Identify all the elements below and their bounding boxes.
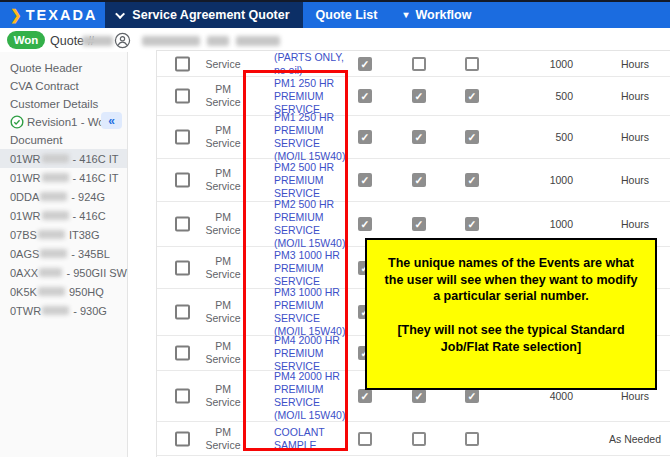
event-flag-checkbox[interactable]: ✓ bbox=[465, 389, 479, 403]
event-name-link[interactable]: PM2 500 HRPREMIUMSERVICE bbox=[274, 161, 360, 200]
interval-value: 500 bbox=[517, 131, 573, 143]
event-flag-checkbox[interactable] bbox=[412, 57, 426, 71]
sidebar-serial-item[interactable]: 0AGS - 345BL bbox=[0, 244, 127, 263]
sidebar-serial-item[interactable]: 0DDA - 924G bbox=[0, 187, 127, 206]
check-circle-icon bbox=[10, 115, 24, 129]
event-type-label: PMService bbox=[195, 83, 251, 109]
event-flag-checkbox[interactable]: ✓ bbox=[465, 173, 479, 187]
app-window: ❯ TEXADA Service Agreement Quoter Quote … bbox=[0, 0, 670, 457]
serial-prefix: 01WR bbox=[10, 210, 41, 222]
serial-model: - 416C IT bbox=[73, 172, 119, 184]
event-name-link[interactable]: (PARTS ONLY,no oil) bbox=[274, 51, 360, 77]
sidebar-collapse-button[interactable]: « bbox=[101, 112, 122, 129]
event-flag-checkbox[interactable]: ✓ bbox=[358, 173, 372, 187]
event-type-label: PMService bbox=[195, 124, 251, 150]
sidebar-serial-item[interactable]: 07BS IT38G bbox=[0, 225, 127, 244]
nav-service-agreement-quoter[interactable]: Service Agreement Quoter bbox=[105, 2, 302, 28]
event-flag-checkbox[interactable]: ✓ bbox=[358, 389, 372, 403]
event-flag-checkbox[interactable]: ✓ bbox=[465, 130, 479, 144]
event-flag-checkbox[interactable] bbox=[358, 432, 372, 446]
serial-prefix: 07BS bbox=[10, 229, 37, 241]
row-select-checkbox[interactable] bbox=[175, 431, 190, 446]
serial-model: IT38G bbox=[69, 229, 100, 241]
serial-prefix: 0AGS bbox=[10, 248, 39, 260]
event-name-link[interactable]: PM3 1000 HRPREMIUMSERVICE bbox=[274, 248, 360, 287]
event-name-link[interactable]: PM1 250 HRPREMIUMSERVICE(MO/IL 15W40) bbox=[274, 111, 360, 163]
event-name-link[interactable]: PM3 1000 HRPREMIUMSERVICE(MO/IL 15W40) bbox=[274, 286, 360, 338]
event-name-link[interactable]: COOLANTSAMPLE bbox=[274, 426, 360, 452]
event-name-link[interactable]: PM1 250 HRPREMIUMSERVICE bbox=[274, 77, 360, 116]
row-select-checkbox[interactable] bbox=[175, 217, 190, 232]
redacted-serial bbox=[42, 306, 69, 315]
sidebar-serial-item[interactable]: 0AXX - 950GII SW bbox=[0, 263, 127, 282]
annotation-callout: The unique names of the Events are what … bbox=[365, 238, 657, 390]
sidebar-item-quote-header[interactable]: Quote Header bbox=[0, 59, 127, 77]
redacted-serial bbox=[38, 230, 65, 239]
sidebar-serial-item[interactable]: 01WR - 416C bbox=[0, 206, 127, 225]
event-flag-checkbox[interactable]: ✓ bbox=[358, 57, 372, 71]
event-type-label: PMService bbox=[195, 299, 251, 325]
redacted-serial bbox=[40, 249, 67, 258]
row-select-checkbox[interactable] bbox=[175, 305, 190, 320]
redacted-customer-info bbox=[236, 36, 280, 46]
event-flag-checkbox[interactable]: ✓ bbox=[412, 130, 426, 144]
sidebar-item-document[interactable]: Document bbox=[0, 131, 127, 149]
redacted-serial bbox=[42, 154, 69, 163]
serial-model: - 345BL bbox=[71, 248, 110, 260]
top-navbar: ❯ TEXADA Service Agreement Quoter Quote … bbox=[0, 0, 670, 28]
row-select-checkbox[interactable] bbox=[175, 89, 190, 104]
customer-account-icon bbox=[114, 32, 131, 49]
event-flag-checkbox[interactable]: ✓ bbox=[465, 217, 479, 231]
redacted-serial bbox=[38, 287, 65, 296]
event-type-label: PMService bbox=[195, 426, 251, 452]
event-flag-checkbox[interactable]: ✓ bbox=[412, 173, 426, 187]
event-flag-checkbox[interactable]: ✓ bbox=[358, 130, 372, 144]
table-row: PMService COOLANTSAMPLE As Needed bbox=[157, 422, 670, 456]
event-name-link[interactable]: PM4 2000 HRPREMIUMSERVICE bbox=[274, 334, 360, 373]
row-select-checkbox[interactable] bbox=[175, 56, 190, 71]
event-flag-checkbox[interactable]: ✓ bbox=[358, 89, 372, 103]
texada-logo[interactable]: ❯ TEXADA bbox=[10, 7, 97, 23]
event-flag-checkbox[interactable]: ✓ bbox=[412, 89, 426, 103]
serial-model: - 950GII SW bbox=[66, 267, 127, 279]
interval-unit: Hours bbox=[595, 90, 670, 102]
event-type-label: Service bbox=[195, 57, 251, 70]
callout-text: [They will not see the typical Standard … bbox=[380, 322, 642, 355]
serial-number-list: 01WR - 416C IT 01WR - 416C IT 0DDA - 924… bbox=[0, 149, 127, 320]
event-flag-checkbox[interactable]: ✓ bbox=[358, 217, 372, 231]
serial-prefix: 0K5K bbox=[10, 286, 37, 298]
event-flag-checkbox[interactable] bbox=[465, 432, 479, 446]
table-row: PMService PM1 250 HRPREMIUMSERVICE(MO/IL… bbox=[157, 116, 670, 159]
sidebar-item-cva-contract[interactable]: CVA Contract bbox=[0, 77, 127, 95]
interval-unit: Hours bbox=[595, 390, 670, 402]
sidebar-serial-item[interactable]: 0K5K 950HQ bbox=[0, 282, 127, 301]
sidebar-serial-item[interactable]: 01WR - 416C IT bbox=[0, 149, 127, 168]
nav-quote-list[interactable]: Quote List bbox=[303, 2, 391, 28]
row-select-checkbox[interactable] bbox=[175, 346, 190, 361]
row-select-checkbox[interactable] bbox=[175, 260, 190, 275]
event-name-link[interactable]: PM2 500 HRPREMIUMSERVICE(MO/IL 15W40) bbox=[274, 198, 360, 250]
nav-item-label: Service Agreement Quoter bbox=[132, 8, 289, 22]
nav-item-label: Workflow bbox=[415, 8, 471, 22]
event-flag-checkbox[interactable]: ✓ bbox=[465, 89, 479, 103]
sidebar-item-customer-details[interactable]: Customer Details bbox=[0, 95, 127, 113]
nav-workflow[interactable]: ▾ Workflow bbox=[390, 2, 484, 28]
logo-text: TEXADA bbox=[26, 7, 98, 23]
row-select-checkbox[interactable] bbox=[175, 389, 190, 404]
serial-model: - 416C IT bbox=[73, 153, 119, 165]
sidebar-serial-item[interactable]: 0TWR - 930G bbox=[0, 301, 127, 320]
row-select-checkbox[interactable] bbox=[175, 173, 190, 188]
event-flag-checkbox[interactable]: ✓ bbox=[412, 389, 426, 403]
interval-unit: As Needed bbox=[595, 433, 670, 445]
sidebar-serial-item[interactable]: 01WR - 416C IT bbox=[0, 168, 127, 187]
serial-prefix: 0AXX bbox=[10, 267, 38, 279]
serial-model: - 930G bbox=[73, 305, 107, 317]
serial-model: - 924G bbox=[71, 191, 105, 203]
event-flag-checkbox[interactable] bbox=[412, 432, 426, 446]
event-name-link[interactable]: PM4 2000 HRPREMIUMSERVICE(MO/IL 15W40) bbox=[274, 370, 360, 422]
event-flag-checkbox[interactable]: ✓ bbox=[412, 217, 426, 231]
event-flag-checkbox[interactable] bbox=[465, 57, 479, 71]
row-select-checkbox[interactable] bbox=[175, 130, 190, 145]
interval-value: 500 bbox=[517, 90, 573, 102]
caret-down-icon: ▾ bbox=[403, 10, 408, 20]
